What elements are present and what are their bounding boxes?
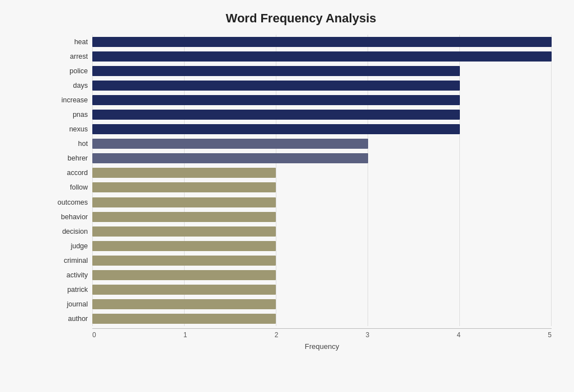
bar-row	[92, 167, 552, 178]
x-tick-4: 4	[457, 331, 460, 339]
y-label: behavior	[50, 211, 92, 223]
bar-fill	[92, 110, 460, 120]
bars-container	[92, 35, 552, 326]
bar-row	[92, 109, 552, 120]
y-axis: heatarrestpolicedaysincreasepnasnexushot…	[50, 35, 92, 326]
bar-fill	[92, 256, 276, 266]
bar-row	[92, 95, 552, 106]
y-label: journal	[50, 299, 92, 310]
y-label: behrer	[50, 153, 92, 164]
y-label: days	[50, 80, 92, 91]
bar-fill	[92, 66, 460, 76]
bar-fill	[92, 81, 460, 91]
x-tick-1: 1	[184, 331, 187, 339]
bar-fill	[92, 212, 276, 222]
y-label: arrest	[50, 51, 92, 62]
bar-fill	[92, 37, 552, 47]
plot-area	[92, 35, 552, 326]
bar-row	[92, 211, 552, 223]
y-label: heat	[50, 36, 92, 48]
y-label: judge	[50, 240, 92, 252]
x-axis: 0 1 2 3 4 5 Frequency	[92, 328, 552, 351]
bar-fill	[92, 314, 276, 324]
bar-row	[92, 313, 552, 324]
bar-fill	[92, 182, 276, 192]
y-label: accord	[50, 167, 92, 178]
bar-row	[92, 51, 552, 62]
chart-title: Word Frequency Analysis	[50, 11, 552, 26]
y-label: nexus	[50, 124, 92, 135]
bar-row	[92, 270, 552, 281]
bar-fill	[92, 270, 276, 280]
bar-fill	[92, 139, 368, 149]
x-tick-0: 0	[92, 331, 96, 339]
x-axis-title: Frequency	[92, 342, 552, 351]
bar-fill	[92, 197, 276, 207]
bar-row	[92, 284, 552, 295]
x-tick-5: 5	[548, 331, 552, 339]
bar-row	[92, 226, 552, 237]
bar-fill	[92, 124, 460, 134]
bar-row	[92, 240, 552, 252]
bar-fill	[92, 241, 276, 251]
chart-container: Word Frequency Analysis heatarrestpolice…	[0, 0, 574, 392]
bar-fill	[92, 226, 276, 237]
bar-row	[92, 182, 552, 193]
x-tick-2: 2	[275, 331, 279, 339]
bar-row	[92, 197, 552, 208]
y-label: patrick	[50, 284, 92, 295]
x-tick-3: 3	[366, 331, 370, 339]
y-label: increase	[50, 95, 92, 106]
y-label: pnas	[50, 109, 92, 120]
y-label: hot	[50, 138, 92, 149]
y-label: police	[50, 65, 92, 77]
y-label: activity	[50, 270, 92, 281]
bar-fill	[92, 95, 460, 105]
bar-fill	[92, 285, 276, 295]
bar-row	[92, 299, 552, 310]
bar-fill	[92, 153, 368, 163]
bar-row	[92, 255, 552, 266]
y-label: criminal	[50, 255, 92, 266]
bar-fill	[92, 168, 276, 178]
bar-fill	[92, 51, 552, 62]
bar-row	[92, 80, 552, 91]
bar-row	[92, 36, 552, 48]
x-axis-labels: 0 1 2 3 4 5	[92, 329, 552, 339]
bar-row	[92, 65, 552, 77]
y-label: decision	[50, 226, 92, 237]
y-label: outcomes	[50, 197, 92, 208]
bar-row	[92, 153, 552, 164]
bar-row	[92, 138, 552, 149]
y-label: follow	[50, 182, 92, 193]
bar-fill	[92, 299, 276, 309]
y-label: author	[50, 313, 92, 324]
bar-row	[92, 124, 552, 135]
